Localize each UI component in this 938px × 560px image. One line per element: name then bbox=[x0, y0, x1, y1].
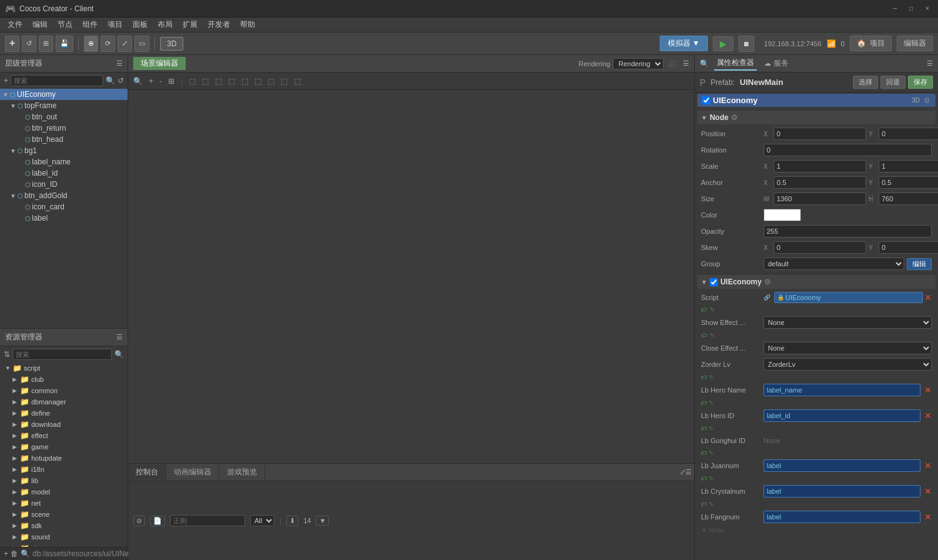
anchor-y-input[interactable] bbox=[879, 176, 938, 189]
color-picker[interactable] bbox=[764, 209, 801, 221]
toolbar-move-button[interactable]: ⊕ bbox=[84, 36, 98, 52]
tree-item-btn_addGold[interactable]: ▼ ⬡ btn_addGold bbox=[0, 190, 128, 201]
maximize-button[interactable]: □ bbox=[905, 3, 917, 14]
stop-button[interactable]: ⏹ bbox=[739, 36, 754, 52]
group-edit-btn[interactable]: 编辑 bbox=[907, 258, 932, 270]
asset-item-common[interactable]: ▶ 📁 common bbox=[0, 385, 128, 396]
group-select[interactable]: default bbox=[764, 258, 904, 270]
asset-item-dbmanager[interactable]: ▶ 📁 dbmanager bbox=[0, 396, 128, 408]
scene-editor-tab[interactable]: 场景编辑器 bbox=[133, 57, 186, 70]
asset-item-lib[interactable]: ▶ 📁 lib bbox=[0, 475, 128, 486]
asset-delete-btn[interactable]: 🗑 bbox=[11, 549, 18, 558]
menu-node[interactable]: 节点 bbox=[53, 18, 78, 31]
opacity-input[interactable] bbox=[764, 225, 932, 238]
menu-panel[interactable]: 面板 bbox=[128, 18, 153, 31]
lb-hero-id-input[interactable] bbox=[764, 409, 920, 422]
uieconomy-gear-icon[interactable]: ⚙ bbox=[764, 278, 771, 286]
tree-item-icon_ID[interactable]: ⬡ icon_ID bbox=[0, 179, 128, 190]
scene-zoom-out-btn[interactable]: - bbox=[157, 76, 164, 87]
lb-fangnum-input[interactable] bbox=[764, 511, 920, 523]
tree-item-topFrame[interactable]: ▼ ⬡ topFrame bbox=[0, 100, 128, 111]
menu-layout[interactable]: 布局 bbox=[153, 18, 178, 31]
asset-item-effect[interactable]: ▶ 📁 effect bbox=[0, 430, 128, 441]
lb-hero-name-input[interactable] bbox=[764, 384, 920, 396]
asset-search-small-btn[interactable]: 🔍 bbox=[21, 549, 30, 558]
asset-item-script[interactable]: ▼ 📁 script bbox=[0, 362, 128, 374]
position-x-input[interactable] bbox=[774, 128, 866, 140]
toolbar-save-button[interactable]: 💾 bbox=[56, 36, 73, 52]
toolbar-link-button[interactable]: ⊞ bbox=[39, 36, 53, 52]
menu-edit[interactable]: 编辑 bbox=[28, 18, 53, 31]
lb-crystalnum-input[interactable] bbox=[764, 485, 920, 498]
hierarchy-zoom-btn[interactable]: 🔍 bbox=[106, 76, 115, 85]
toolbar-refresh-button[interactable]: ↺ bbox=[22, 36, 36, 52]
tree-item-btn_head[interactable]: ⬡ btn_head bbox=[0, 134, 128, 145]
lb-juannum-delete-icon[interactable]: ✕ bbox=[924, 461, 932, 471]
toolbar-scale-button[interactable]: ⤢ bbox=[118, 36, 132, 52]
show-effect-select[interactable]: None bbox=[764, 316, 932, 329]
rendering-select[interactable]: Rendering bbox=[613, 58, 663, 69]
tree-item-bg1[interactable]: ▼ ⬡ bg1 bbox=[0, 145, 128, 156]
toolbar-add-button[interactable]: ✚ bbox=[5, 36, 19, 52]
asset-add-btn[interactable]: + bbox=[4, 549, 8, 558]
hierarchy-search-input[interactable] bbox=[11, 75, 103, 86]
scene-zoom-in2-btn[interactable]: + bbox=[146, 76, 156, 87]
size-h-input[interactable] bbox=[879, 192, 938, 205]
lb-hero-id-delete-icon[interactable]: ✕ bbox=[924, 411, 932, 421]
scene-tool3[interactable]: ⬚ bbox=[213, 76, 224, 87]
scene-menu-icon[interactable]: ☰ bbox=[683, 59, 689, 68]
console-drop-btn[interactable]: ▼ bbox=[316, 516, 329, 526]
prefab-select-btn[interactable]: 选择 bbox=[853, 76, 878, 89]
tree-item-btn_return[interactable]: ⬡ btn_return bbox=[0, 122, 128, 134]
tree-item-label[interactable]: ⬡ label bbox=[0, 212, 128, 224]
scene-fit-btn[interactable]: ⊞ bbox=[166, 76, 177, 87]
tab-animation[interactable]: 动画编辑器 bbox=[166, 464, 219, 480]
asset-sort-btn[interactable]: ⇅ bbox=[4, 350, 10, 359]
asset-menu-icon[interactable]: ☰ bbox=[116, 333, 123, 341]
close-effect-select[interactable]: None bbox=[764, 342, 932, 354]
menu-developer[interactable]: 开发者 bbox=[203, 18, 235, 31]
menu-file[interactable]: 文件 bbox=[3, 18, 28, 31]
play-button[interactable]: ▶ bbox=[713, 36, 734, 51]
scale-x-input[interactable] bbox=[774, 160, 866, 172]
menu-extend[interactable]: 扩展 bbox=[178, 18, 203, 31]
prefab-save-btn[interactable]: 保存 bbox=[908, 76, 933, 89]
bottom-expand-icon[interactable]: ⤢ bbox=[680, 468, 685, 476]
menu-project[interactable]: 项目 bbox=[103, 18, 128, 31]
asset-item-sound[interactable]: ▶ 📁 sound bbox=[0, 531, 128, 542]
asset-item-club[interactable]: ▶ 📁 club bbox=[0, 374, 128, 385]
console-down-btn[interactable]: ⬇ bbox=[286, 516, 298, 526]
asset-item-scene[interactable]: ▶ 📁 scene bbox=[0, 509, 128, 520]
asset-item-net[interactable]: ▶ 📁 net bbox=[0, 498, 128, 509]
node-gear-icon[interactable]: ⚙ bbox=[731, 113, 738, 122]
scene-tool7[interactable]: ⬚ bbox=[265, 76, 277, 87]
tab-service[interactable]: ☁ 服务 bbox=[762, 57, 791, 70]
asset-item-hotupdate[interactable]: ▶ 📁 hotupdate bbox=[0, 452, 128, 464]
position-y-input[interactable] bbox=[879, 128, 938, 140]
component-gear-icon[interactable]: ⚙ bbox=[924, 96, 930, 105]
asset-search-input[interactable] bbox=[13, 349, 112, 360]
console-file-btn[interactable]: 📄 bbox=[150, 516, 165, 526]
hierarchy-menu-icon[interactable]: ☰ bbox=[116, 59, 123, 68]
console-clear-btn[interactable]: ⊘ bbox=[133, 516, 145, 526]
asset-item-i18n[interactable]: ▶ 📁 i18n bbox=[0, 464, 128, 475]
skew-y-input[interactable] bbox=[879, 241, 938, 254]
asset-item-game[interactable]: ▶ 📁 game bbox=[0, 441, 128, 452]
bottom-menu-icon[interactable]: ☰ bbox=[685, 468, 692, 476]
close-button[interactable]: × bbox=[922, 3, 933, 14]
console-search-input[interactable] bbox=[170, 515, 245, 526]
lb-crystalnum-delete-icon[interactable]: ✕ bbox=[924, 486, 932, 496]
tab-inspector[interactable]: 属性检查器 bbox=[714, 56, 757, 71]
node-section-header[interactable]: ▼ Node ⚙ bbox=[697, 111, 935, 124]
tree-item-icon_card[interactable]: ⬡ icon_card bbox=[0, 201, 128, 212]
scene-tool8[interactable]: ⬚ bbox=[278, 76, 290, 87]
tree-item-UIEconomy[interactable]: ▼ ⬡ UIEconomy bbox=[0, 89, 128, 100]
asset-item-sdk[interactable]: ▶ 📁 sdk bbox=[0, 520, 128, 531]
minimize-button[interactable]: ─ bbox=[889, 3, 900, 14]
project-button[interactable]: 🏠 项目 bbox=[850, 36, 892, 51]
scene-tool6[interactable]: ⬚ bbox=[252, 76, 264, 87]
props-menu-icon[interactable]: ☰ bbox=[927, 59, 933, 68]
camera-btn[interactable]: 🎥 bbox=[666, 58, 680, 69]
simulate-button[interactable]: 模拟器 ▼ bbox=[660, 36, 708, 51]
script-delete-icon[interactable]: ✕ bbox=[924, 292, 932, 302]
